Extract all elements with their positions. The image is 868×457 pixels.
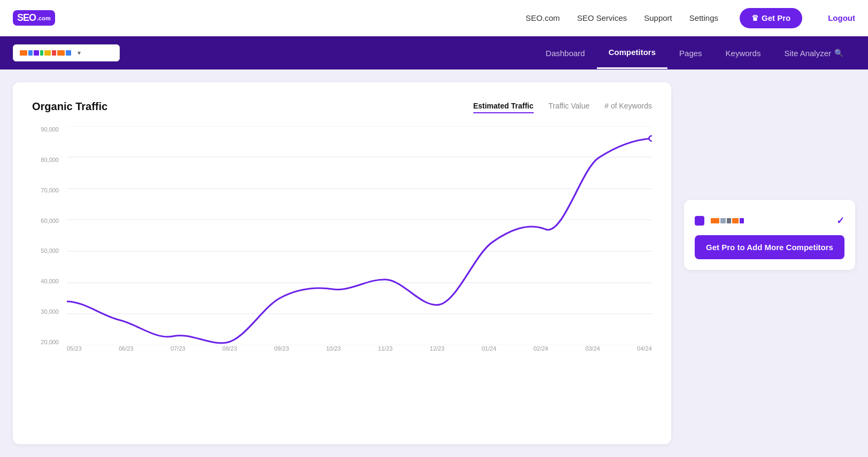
competitor-favicon	[711, 218, 744, 223]
chart-tabs: Estimated Traffic Traffic Value # of Key…	[473, 99, 652, 113]
sub-nav-links: Dashboard Competitors Pages Keywords Sit…	[534, 37, 855, 69]
chart-area: 20,000 30,000 40,000 50,000 60,000 70,00…	[32, 126, 652, 361]
x-label-8: 01/24	[482, 345, 497, 361]
x-label-3: 08/23	[222, 345, 237, 361]
y-label-7: 90,000	[32, 126, 64, 133]
sub-nav-pages[interactable]: Pages	[667, 38, 714, 68]
y-label-6: 80,000	[32, 157, 64, 163]
competitor-color-swatch	[695, 216, 704, 226]
tab-estimated-traffic[interactable]: Estimated Traffic	[473, 99, 534, 113]
logo[interactable]: SEO .com	[13, 10, 55, 26]
x-axis: 05/23 06/23 07/23 08/23 09/23 10/23 11/2…	[67, 345, 652, 361]
chart-svg	[67, 126, 652, 345]
search-icon: 🔍	[834, 49, 843, 57]
y-label-4: 60,000	[32, 218, 64, 224]
nav-link-settings[interactable]: Settings	[689, 13, 718, 22]
nav-link-support[interactable]: Support	[644, 13, 672, 22]
x-label-11: 04/24	[637, 345, 652, 361]
chevron-down-icon: ▾	[78, 49, 81, 57]
x-label-1: 06/23	[119, 345, 134, 361]
main-content: Organic Traffic Estimated Traffic Traffi…	[0, 69, 868, 457]
x-label-2: 07/23	[171, 345, 186, 361]
y-label-3: 50,000	[32, 247, 64, 254]
nav-link-seo-com[interactable]: SEO.com	[526, 13, 560, 22]
chart-inner	[67, 126, 652, 345]
sub-nav-dashboard[interactable]: Dashboard	[534, 38, 596, 68]
x-label-7: 12/23	[430, 345, 445, 361]
y-label-5: 70,000	[32, 187, 64, 193]
logo-box: SEO .com	[13, 10, 55, 26]
y-label-0: 20,000	[32, 339, 64, 345]
logo-seo-text: SEO	[17, 12, 36, 24]
x-label-0: 05/23	[67, 345, 82, 361]
get-pro-button[interactable]: ♛ Get Pro	[740, 8, 802, 28]
nav-link-seo-services[interactable]: SEO Services	[577, 13, 627, 22]
get-pro-competitors-button[interactable]: Get Pro to Add More Competitors	[695, 235, 844, 259]
x-label-4: 09/23	[274, 345, 289, 361]
svg-point-8	[649, 136, 652, 141]
y-label-2: 40,000	[32, 278, 64, 284]
sub-nav-competitors[interactable]: Competitors	[597, 37, 667, 69]
y-axis: 20,000 30,000 40,000 50,000 60,000 70,00…	[32, 126, 64, 345]
competitor-item: ✓	[695, 211, 844, 231]
sub-nav: ▾ Dashboard Competitors Pages Keywords S…	[0, 36, 868, 69]
tab-keywords[interactable]: # of Keywords	[604, 99, 652, 113]
sub-nav-keywords[interactable]: Keywords	[714, 38, 773, 68]
x-label-10: 03/24	[585, 345, 600, 361]
sidebar: ✓ Get Pro to Add More Competitors	[684, 82, 855, 444]
logo-com-text: .com	[37, 15, 51, 21]
get-pro-label: Get Pro	[762, 13, 790, 22]
crown-icon: ♛	[751, 13, 758, 23]
logout-button[interactable]: Logout	[828, 13, 855, 22]
chart-title: Organic Traffic	[32, 100, 107, 113]
site-analyzer-label: Site Analyzer	[784, 49, 831, 58]
site-selector[interactable]: ▾	[13, 44, 120, 61]
chart-header: Organic Traffic Estimated Traffic Traffi…	[32, 99, 652, 113]
check-icon: ✓	[836, 215, 844, 227]
x-label-5: 10/23	[326, 345, 341, 361]
site-favicon-blocks	[20, 50, 71, 56]
competitor-card: ✓ Get Pro to Add More Competitors	[684, 200, 855, 270]
x-label-6: 11/23	[378, 345, 393, 361]
tab-traffic-value[interactable]: Traffic Value	[549, 99, 590, 113]
top-nav: SEO .com SEO.com SEO Services Support Se…	[0, 0, 868, 36]
y-label-1: 30,000	[32, 308, 64, 315]
chart-card: Organic Traffic Estimated Traffic Traffi…	[13, 82, 671, 444]
top-nav-links: SEO.com SEO Services Support Settings ♛ …	[526, 8, 855, 28]
sub-nav-site-analyzer[interactable]: Site Analyzer 🔍	[772, 38, 855, 68]
x-label-9: 02/24	[533, 345, 548, 361]
